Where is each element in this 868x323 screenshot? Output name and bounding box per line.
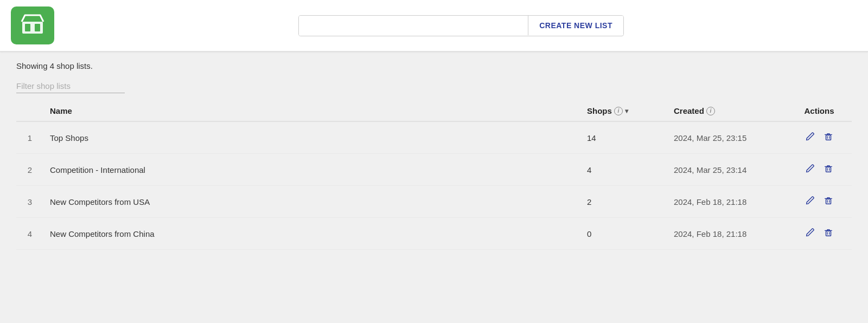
col-actions: Actions — [787, 101, 852, 121]
row-actions — [787, 186, 852, 218]
edit-button[interactable] — [802, 225, 818, 242]
created-col-label: Created — [674, 106, 704, 115]
row-shops: 4 — [580, 154, 667, 186]
row-name: Top Shops — [43, 121, 580, 154]
svg-rect-12 — [826, 231, 831, 236]
svg-rect-2 — [35, 24, 40, 31]
showing-count-text: Showing 4 shop lists. — [16, 61, 852, 70]
col-shops: Shops i ▾ — [580, 101, 667, 121]
svg-rect-6 — [826, 167, 831, 172]
edit-button[interactable] — [802, 130, 818, 146]
svg-rect-9 — [826, 199, 831, 204]
delete-button[interactable] — [820, 225, 837, 242]
row-created: 2024, Mar 25, 23:15 — [667, 121, 787, 154]
create-new-list-button[interactable]: CREATE NEW LIST — [528, 16, 623, 35]
row-created: 2024, Feb 18, 21:18 — [667, 186, 787, 218]
table-header: Name Shops i ▾ Created i — [16, 101, 852, 121]
main-content: Showing 4 shop lists. Filter shop lists … — [0, 51, 868, 261]
row-shops: 2 — [580, 186, 667, 218]
delete-button[interactable] — [820, 193, 837, 210]
edit-button[interactable] — [802, 162, 818, 178]
row-name: New Competitors from China — [43, 218, 580, 250]
shops-sort-icon[interactable]: ▾ — [625, 107, 628, 115]
row-created: 2024, Mar 25, 23:14 — [667, 154, 787, 186]
header-search-area: CREATE NEW LIST — [65, 15, 857, 36]
col-name: Name — [43, 101, 580, 121]
row-shops: 14 — [580, 121, 667, 154]
row-num: 2 — [16, 154, 43, 186]
logo-box — [11, 7, 54, 44]
row-num: 4 — [16, 218, 43, 250]
table-row: 4 New Competitors from China 0 2024, Feb… — [16, 218, 852, 250]
table-row: 2 Competition - International 4 2024, Ma… — [16, 154, 852, 186]
shop-lists-table: Name Shops i ▾ Created i — [16, 101, 852, 250]
store-icon — [21, 14, 44, 37]
row-shops: 0 — [580, 218, 667, 250]
row-actions — [787, 218, 852, 250]
shops-col-label: Shops — [587, 106, 612, 115]
row-num: 3 — [16, 186, 43, 218]
filter-label: Filter shop lists — [16, 81, 125, 93]
row-num: 1 — [16, 121, 43, 154]
created-info-icon[interactable]: i — [706, 107, 715, 115]
row-name: New Competitors from USA — [43, 186, 580, 218]
delete-button[interactable] — [820, 130, 837, 146]
search-input[interactable] — [299, 16, 528, 36]
page-wrapper: CREATE NEW LIST Showing 4 shop lists. Fi… — [0, 0, 868, 323]
col-created: Created i — [667, 101, 787, 121]
table-body: 1 Top Shops 14 2024, Mar 25, 23:15 — [16, 121, 852, 250]
row-actions — [787, 154, 852, 186]
edit-button[interactable] — [802, 193, 818, 210]
svg-rect-3 — [826, 135, 831, 140]
row-actions — [787, 121, 852, 154]
delete-button[interactable] — [820, 162, 837, 178]
shops-info-icon[interactable]: i — [614, 107, 623, 115]
row-created: 2024, Feb 18, 21:18 — [667, 218, 787, 250]
row-name: Competition - International — [43, 154, 580, 186]
table-row: 3 New Competitors from USA 2 2024, Feb 1… — [16, 186, 852, 218]
search-bar: CREATE NEW LIST — [298, 15, 624, 36]
svg-rect-1 — [25, 24, 30, 31]
table-row: 1 Top Shops 14 2024, Mar 25, 23:15 — [16, 121, 852, 154]
header: CREATE NEW LIST — [0, 0, 868, 51]
col-num — [16, 101, 43, 121]
